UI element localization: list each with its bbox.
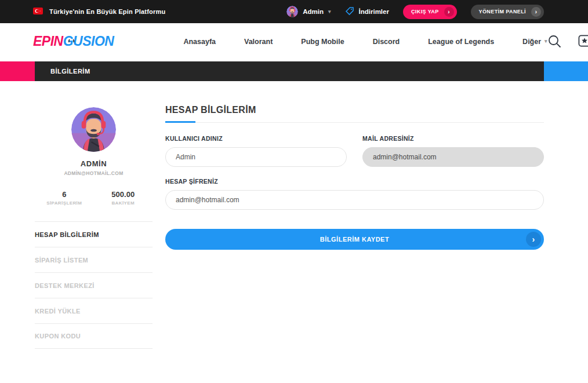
email-input <box>362 147 544 167</box>
user-menu-label: Admin <box>303 8 324 15</box>
discounts-link[interactable]: İndirimler <box>345 6 389 17</box>
main-content: ADMİN ADMİN@HOTMAİL.COM 6 SİPARİŞLERİM 5… <box>0 81 588 349</box>
chevron-right-icon: › <box>531 7 541 17</box>
site-logo[interactable]: EPINGUSION <box>33 34 114 49</box>
nav-links: Anasayfa Valorant Pubg Mobile Discord Le… <box>183 38 547 46</box>
breadcrumb-accent-right <box>544 61 588 81</box>
username-input[interactable] <box>165 147 347 167</box>
username-label: KULLANICI ADINIZ <box>165 135 347 142</box>
sidebar-item-kredi-yukle[interactable]: KREDİ YÜKLE <box>35 298 153 323</box>
logout-button[interactable]: ÇIKIŞ YAP › <box>403 5 457 19</box>
nav-item-valorant[interactable]: Valorant <box>244 38 273 46</box>
account-form-section: HESAP BİLGİLERİM KULLANICI ADINIZ MAİL A… <box>165 81 544 349</box>
turkey-flag-icon <box>33 6 43 17</box>
breadcrumb-band: BİLGİLERİM <box>0 61 588 81</box>
discounts-label: İndirimler <box>359 8 389 15</box>
site-tagline: Türkiye'nin En Büyük Epin Platformu <box>49 8 165 15</box>
chevron-right-icon: › <box>444 7 454 17</box>
chevron-right-icon: › <box>526 232 541 247</box>
section-title-underline <box>165 121 544 123</box>
sidebar-item-destek-merkezi[interactable]: DESTEK MERKEZİ <box>35 272 153 298</box>
account-sidebar: ADMİN ADMİN@HOTMAİL.COM 6 SİPARİŞLERİM 5… <box>35 81 153 349</box>
stat-balance-label: BAKİYEM <box>94 200 153 206</box>
page-title: BİLGİLERİM <box>50 68 90 75</box>
logo-horns-icon <box>68 31 75 46</box>
admin-panel-label: YÖNETİM PANELİ <box>479 9 526 14</box>
account-form: KULLANICI ADINIZ MAİL ADRESİNİZ HESAP Şİ… <box>165 135 544 250</box>
avatar <box>71 107 116 152</box>
nav-icons: 0 <box>547 33 588 50</box>
sidebar-item-kupon-kodu[interactable]: KUPON KODU <box>35 323 153 349</box>
stat-orders-value: 6 <box>35 190 94 199</box>
stat-orders-label: SİPARİŞLERİM <box>35 200 94 206</box>
user-avatar <box>286 6 298 17</box>
email-label: MAİL ADRESİNİZ <box>362 135 544 142</box>
username-field-group: KULLANICI ADINIZ <box>165 135 347 167</box>
search-icon[interactable] <box>547 34 562 49</box>
profile-name: ADMİN <box>35 159 153 168</box>
nav-item-league-of-legends[interactable]: League of Legends <box>428 38 494 46</box>
password-field-group: HESAP ŞİFRENİZ <box>165 178 544 210</box>
profile-stats: 6 SİPARİŞLERİM 500.00 BAKİYEM <box>35 190 153 206</box>
sidebar-menu: HESAP BİLGİLERİM SİPARİŞ LİSTEM DESTEK M… <box>35 221 153 349</box>
save-button[interactable]: BİLGİLERİM KAYDET › <box>165 229 544 250</box>
password-input[interactable] <box>165 190 544 210</box>
section-title: HESAP BİLGİLERİM <box>165 105 544 115</box>
logout-label: ÇIKIŞ YAP <box>411 9 439 14</box>
password-label: HESAP ŞİFRENİZ <box>165 178 544 185</box>
user-menu[interactable]: Admin ▾ <box>286 6 331 17</box>
email-field-group: MAİL ADRESİNİZ <box>362 135 544 167</box>
sidebar-item-hesap-bilgilerim[interactable]: HESAP BİLGİLERİM <box>35 221 153 247</box>
breadcrumb-accent-left <box>0 61 35 81</box>
admin-panel-button[interactable]: YÖNETİM PANELİ › <box>471 5 544 19</box>
nav-more-label: Diğer <box>522 38 541 46</box>
profile-card: ADMİN ADMİN@HOTMAİL.COM 6 SİPARİŞLERİM 5… <box>35 107 153 206</box>
breadcrumb: BİLGİLERİM <box>35 61 544 81</box>
main-navbar: EPINGUSION Anasayfa Valorant Pubg Mobile… <box>0 23 588 60</box>
nav-item-pubg-mobile[interactable]: Pubg Mobile <box>301 38 344 46</box>
form-row-1: KULLANICI ADINIZ MAİL ADRESİNİZ <box>165 135 544 167</box>
star-box-icon <box>578 33 588 48</box>
nav-item-diger[interactable]: Diğer ▾ <box>522 38 547 46</box>
nav-item-discord[interactable]: Discord <box>373 38 400 46</box>
cart-button[interactable]: 0 <box>578 33 588 50</box>
chevron-down-icon: ▾ <box>328 9 331 14</box>
sidebar-item-siparis-listem[interactable]: SİPARİŞ LİSTEM <box>35 247 153 272</box>
top-bar-right: Admin ▾ İndirimler ÇIKIŞ YAP › YÖNETİM P… <box>286 5 544 19</box>
stat-balance-value: 500.00 <box>94 190 153 199</box>
profile-email: ADMİN@HOTMAİL.COM <box>35 170 153 176</box>
save-button-label: BİLGİLERİM KAYDET <box>320 236 389 243</box>
nav-item-anasayfa[interactable]: Anasayfa <box>183 38 216 46</box>
top-bar-left: Türkiye'nin En Büyük Epin Platformu <box>33 6 165 17</box>
tag-icon <box>345 6 354 17</box>
top-bar: Türkiye'nin En Büyük Epin Platformu Admi… <box>0 0 588 23</box>
logo-part-pink: EPIN <box>33 34 63 49</box>
stat-balance: 500.00 BAKİYEM <box>94 190 153 206</box>
stat-orders: 6 SİPARİŞLERİM <box>35 190 94 206</box>
